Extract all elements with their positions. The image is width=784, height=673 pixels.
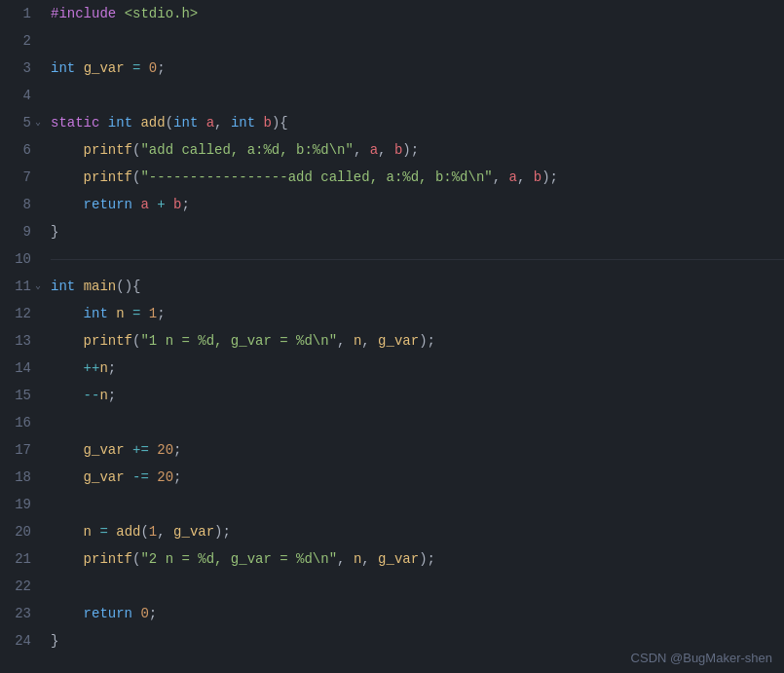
token-str1: "add called, a:%d, b:%d\n" — [140, 136, 353, 164]
t16: ( — [132, 164, 140, 191]
t-indent23 — [51, 600, 84, 627]
line-num-14: 14 — [0, 355, 31, 382]
t39 — [125, 464, 132, 491]
code-line-17: g_var += 20; — [51, 436, 784, 464]
t37 — [149, 436, 157, 464]
token-stdio: <stdio.h> — [125, 0, 199, 27]
t29: ; — [157, 300, 165, 327]
t22 — [166, 191, 173, 218]
code-line-4 — [51, 82, 784, 109]
t-indent6 — [51, 136, 84, 164]
t15: ); — [402, 136, 419, 164]
line-num-4: 4 — [0, 82, 31, 109]
token-b4: b — [173, 191, 181, 218]
t-indent17 — [51, 436, 84, 464]
t5 — [99, 109, 107, 136]
token-printf-2: printf — [84, 164, 132, 191]
t11: ){ — [272, 109, 288, 136]
t-indent15 — [51, 382, 84, 409]
token-a2: a — [370, 136, 378, 164]
line-num-23: 23 — [0, 600, 31, 627]
t42 — [92, 518, 99, 545]
t44: ( — [140, 518, 148, 545]
t36 — [125, 436, 132, 464]
code-line-18: g_var -= 20; — [51, 464, 784, 491]
code-line-9: } — [51, 218, 784, 245]
t23: ; — [181, 191, 189, 218]
token-gvar-5: g_var — [173, 518, 214, 545]
token-a1: a — [206, 109, 214, 136]
code-line-10 — [51, 245, 784, 273]
token-20a: 20 — [157, 436, 173, 464]
token-static: static — [51, 109, 99, 136]
line-num-6: 6 — [0, 136, 31, 164]
t-indent20 — [51, 518, 84, 545]
line-numbers: 1 2 3 4 5 6 7 8 9 10 11 12 13 14 15 16 1… — [0, 0, 41, 673]
token-include: #include — [51, 0, 116, 27]
token-eq2: = — [132, 300, 140, 327]
token-add-call: add — [116, 518, 140, 545]
t7: ( — [166, 109, 173, 136]
t47: ( — [132, 545, 140, 573]
token-n3: n — [99, 355, 107, 382]
token-brace2: } — [51, 627, 58, 654]
t21 — [149, 191, 157, 218]
token-plus: + — [157, 191, 165, 218]
t30: ( — [132, 327, 140, 355]
line-num-21: 21 — [0, 545, 31, 573]
token-int-5: int — [84, 300, 108, 327]
line-num-10: 10 — [0, 245, 31, 273]
token-gvar-1: g_var — [84, 55, 125, 82]
t17: , — [493, 164, 509, 191]
t3 — [140, 55, 148, 82]
t1 — [75, 55, 83, 82]
t9: , — [214, 109, 231, 136]
t20 — [132, 191, 140, 218]
line-num-22: 22 — [0, 573, 31, 600]
line-num-3: 3 — [0, 55, 31, 82]
code-editor: 1 2 3 4 5 6 7 8 9 10 11 12 13 14 15 16 1… — [0, 0, 784, 673]
token-n4: n — [99, 382, 107, 409]
fold-arrow-11[interactable]: ⌄ — [35, 273, 51, 300]
t27 — [125, 300, 132, 327]
token-gvar-6: g_var — [378, 545, 419, 573]
token-printf-3: printf — [84, 327, 132, 355]
token-brace1: } — [51, 218, 58, 245]
code-line-3: int g_var = 0; — [51, 55, 784, 82]
token-printf-1: printf — [84, 136, 132, 164]
t8 — [198, 109, 205, 136]
code-container: 1 2 3 4 5 6 7 8 9 10 11 12 13 14 15 16 1… — [0, 0, 784, 673]
t-indent8 — [51, 191, 84, 218]
line-num-16: 16 — [0, 409, 31, 436]
code-line-12: int n = 1; — [51, 300, 784, 327]
token-minuseq: -= — [132, 464, 149, 491]
token-n6: n — [354, 545, 361, 573]
code-line-13: printf("1 n = %d, g_var = %d\n", n, g_va… — [51, 327, 784, 355]
line-num-15: 15 — [0, 382, 31, 409]
token-int-4: int — [231, 109, 255, 136]
t46: ); — [214, 518, 231, 545]
code-line-11: ⌄ int main(){ — [51, 273, 784, 300]
token-n2: n — [354, 327, 361, 355]
token-b1: b — [264, 109, 272, 136]
code-line-7: printf("-----------------add called, a:%… — [51, 164, 784, 191]
fold-arrow-5[interactable]: ⌄ — [35, 109, 51, 136]
t28 — [140, 300, 148, 327]
token-str2: "-----------------add called, a:%d, b:%d… — [140, 164, 492, 191]
token-gvar-2: g_var — [378, 327, 419, 355]
code-line-6: printf("add called, a:%d, b:%d\n", a, b)… — [51, 136, 784, 164]
t13: , — [354, 136, 370, 164]
t32: , — [361, 327, 378, 355]
token-gvar-4: g_var — [84, 464, 125, 491]
token-pluseq: += — [132, 436, 149, 464]
t-indent7 — [51, 164, 84, 191]
token-int-2: int — [108, 109, 132, 136]
t6 — [132, 109, 140, 136]
t49: , — [361, 545, 378, 573]
t26 — [108, 300, 116, 327]
t25: (){ — [116, 273, 140, 300]
t-indent18 — [51, 464, 84, 491]
line-num-2: 2 — [0, 27, 31, 55]
code-line-15: --n; — [51, 382, 784, 409]
token-b3: b — [534, 164, 541, 191]
